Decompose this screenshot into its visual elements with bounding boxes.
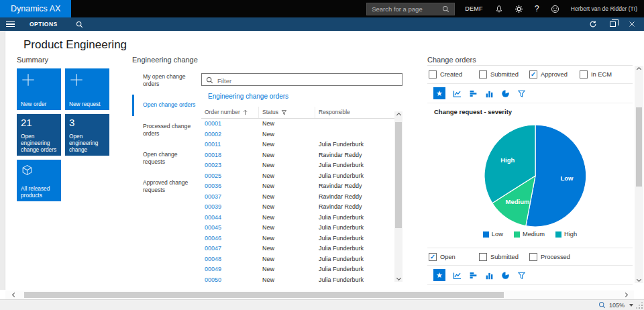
filter-input[interactable] xyxy=(202,75,402,87)
table-row[interactable]: 00047NewJulia Funderburk xyxy=(201,244,394,254)
order-number-link[interactable]: 00023 xyxy=(201,160,259,171)
order-number-link[interactable]: 00048 xyxy=(201,254,259,265)
table-row[interactable]: 00049NewJulia Funderburk xyxy=(201,264,394,275)
bar-chart-button[interactable] xyxy=(469,89,478,98)
checkbox-created[interactable]: Created xyxy=(429,70,479,79)
order-number-link[interactable]: 00045 xyxy=(201,223,259,234)
checkbox-box[interactable] xyxy=(429,70,437,79)
checkbox-open[interactable]: ✓Open xyxy=(429,253,479,261)
engineering-change-orders-link[interactable]: Engineering change orders xyxy=(208,93,288,100)
user-menu[interactable]: Herbert van de Ridder (TI) xyxy=(571,5,637,12)
order-number-link[interactable]: 00049 xyxy=(201,264,259,275)
sort-asc-icon[interactable] xyxy=(243,109,248,115)
zoom-dropdown-caret[interactable] xyxy=(629,304,633,307)
page-scroll-up-icon[interactable] xyxy=(637,67,641,72)
checkbox-box[interactable] xyxy=(529,253,537,261)
table-row[interactable]: 00036NewRavindar Reddy xyxy=(201,181,394,192)
scroll-right-icon[interactable] xyxy=(623,293,627,297)
page-search-box[interactable]: Search for a page xyxy=(366,3,455,15)
table-row[interactable]: 00001New xyxy=(201,119,394,130)
horizontal-scrollbar[interactable] xyxy=(5,291,634,299)
table-row[interactable]: 00050NewJulia Funderburk xyxy=(201,275,394,286)
order-number-link[interactable]: 00046 xyxy=(201,234,259,244)
actionbar-search-icon[interactable] xyxy=(76,21,83,28)
checkbox-submitted[interactable]: Submitted xyxy=(479,253,529,261)
order-number-link[interactable]: 00025 xyxy=(201,171,259,182)
table-row[interactable]: 00044NewJulia Funderburk xyxy=(201,213,394,223)
table-row[interactable]: 00046NewJulia Funderburk xyxy=(201,234,394,244)
checkbox-processed[interactable]: Processed xyxy=(529,253,580,261)
page-scroll-down-icon[interactable] xyxy=(637,277,641,282)
menu-item-processed-change-orders[interactable]: Processed change orders xyxy=(132,116,199,144)
order-number-link[interactable]: 00047 xyxy=(201,244,259,254)
table-row[interactable]: 00039NewRavindar Reddy xyxy=(201,202,394,213)
order-number-link[interactable]: 00011 xyxy=(201,140,259,150)
feedback-smiley-icon[interactable] xyxy=(551,5,559,13)
table-row[interactable]: 00045NewJulia Funderburk xyxy=(201,223,394,234)
horizontal-scrollbar-thumb[interactable] xyxy=(24,292,504,298)
column-header-responsible[interactable]: Responsible xyxy=(315,107,394,118)
order-number-link[interactable]: 00002 xyxy=(201,130,259,140)
page-scrollbar[interactable] xyxy=(635,66,643,283)
table-row[interactable]: 00011NewJulia Funderburk xyxy=(201,140,394,150)
table-row[interactable]: 00002New xyxy=(201,130,394,140)
refresh-icon[interactable] xyxy=(589,20,597,28)
column-chart-button[interactable] xyxy=(485,89,494,98)
pie-chart-button[interactable] xyxy=(501,89,510,98)
order-number-link[interactable]: 00018 xyxy=(201,150,259,161)
table-row[interactable]: 00048NewJulia Funderburk xyxy=(201,254,394,265)
star-button[interactable]: ★ xyxy=(433,269,445,281)
tile-all-released-products[interactable]: All released products xyxy=(17,160,61,201)
tile-open-engineering-change[interactable]: 3Open engineering change xyxy=(65,114,109,156)
line-chart-button[interactable] xyxy=(453,271,462,280)
quick-filter[interactable] xyxy=(201,73,402,86)
page-scrollbar-thumb[interactable] xyxy=(636,107,642,187)
tile-new-order[interactable]: New order xyxy=(17,68,61,110)
column-chart-button[interactable] xyxy=(485,271,494,280)
pie-chart-button[interactable] xyxy=(501,271,510,280)
star-button[interactable]: ★ xyxy=(433,87,445,99)
checkbox-box[interactable] xyxy=(479,253,487,261)
checkbox-box[interactable]: ✓ xyxy=(429,253,437,261)
order-number-link[interactable]: 00039 xyxy=(201,202,259,213)
table-row[interactable]: 00037NewRavindar Reddy xyxy=(201,192,394,203)
tile-open-engineering-change-orders[interactable]: 21Open engineering change orders xyxy=(17,114,61,156)
checkbox-box[interactable] xyxy=(479,70,487,79)
checkbox-in-ecm[interactable]: In ECM xyxy=(580,70,630,79)
menu-item-approved-change-requests[interactable]: Approved change requests xyxy=(132,172,199,201)
table-row[interactable]: 00025NewJulia Funderburk xyxy=(201,171,394,182)
order-number-link[interactable]: 00044 xyxy=(201,213,259,223)
notifications-bell-icon[interactable] xyxy=(495,5,503,13)
hamburger-menu-icon[interactable] xyxy=(6,21,15,28)
app-logo[interactable]: Dynamics AX xyxy=(0,0,71,17)
scroll-up-icon[interactable] xyxy=(396,113,400,117)
table-row[interactable]: 00023NewJulia Funderburk xyxy=(201,160,394,171)
funnel-button[interactable] xyxy=(517,271,526,280)
menu-item-open-change-requests[interactable]: Open change requests xyxy=(132,144,199,172)
order-number-link[interactable]: 00050 xyxy=(201,275,259,286)
company-selector[interactable]: DEMF xyxy=(465,5,483,12)
checkbox-submitted[interactable]: Submitted xyxy=(479,70,529,79)
collapsed-nav-strip[interactable] xyxy=(0,31,5,290)
table-scrollbar[interactable] xyxy=(394,111,402,282)
tile-new-request[interactable]: New request xyxy=(65,68,109,110)
settings-gear-icon[interactable] xyxy=(515,5,523,13)
column-header-status[interactable]: Status xyxy=(259,107,315,118)
options-menu[interactable]: OPTIONS xyxy=(30,21,58,28)
funnel-button[interactable] xyxy=(517,89,526,98)
filter-small-icon[interactable] xyxy=(281,109,287,115)
line-chart-button[interactable] xyxy=(453,89,462,98)
restore-window-icon[interactable] xyxy=(610,21,616,27)
checkbox-box[interactable]: ✓ xyxy=(529,70,537,79)
order-number-link[interactable]: 00036 xyxy=(201,181,259,192)
table-scrollbar-thumb[interactable] xyxy=(395,122,402,228)
bar-chart-button[interactable] xyxy=(469,271,478,280)
checkbox-box[interactable] xyxy=(580,70,588,79)
table-row[interactable]: 00018NewRavindar Reddy xyxy=(201,150,394,161)
scroll-down-icon[interactable] xyxy=(396,276,400,280)
menu-item-my-open-change-orders[interactable]: My open change orders xyxy=(132,66,199,95)
zoom-level[interactable]: 105% xyxy=(609,302,625,309)
close-icon[interactable] xyxy=(629,21,635,28)
checkbox-approved[interactable]: ✓Approved xyxy=(529,70,580,79)
menu-item-open-change-orders[interactable]: Open change orders xyxy=(132,95,199,115)
